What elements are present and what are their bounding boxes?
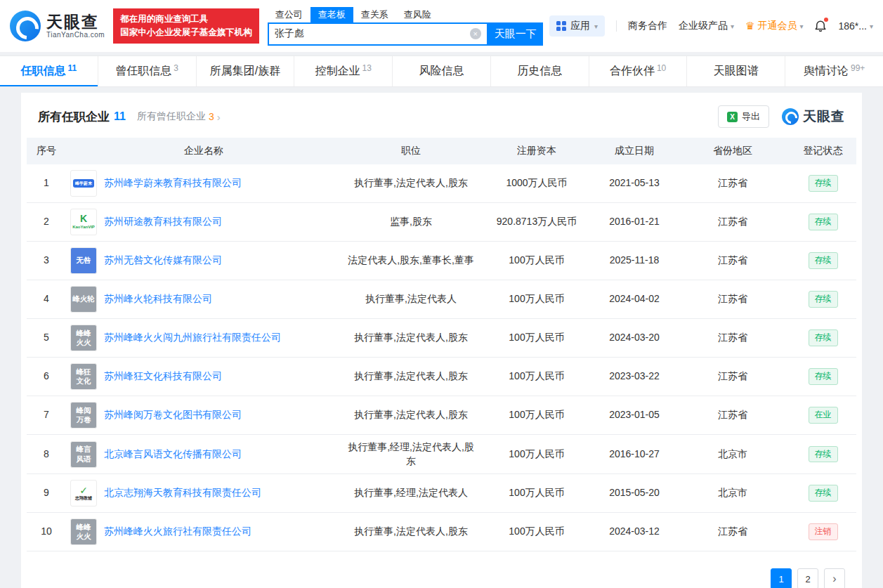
row-index: 6 <box>27 358 66 396</box>
tab-label: 舆情讨论 <box>804 64 849 79</box>
search-area: 查公司查老板查关系查风险 × 天眼一下 <box>268 7 543 46</box>
page-tab-4[interactable]: 控制企业13 <box>294 56 392 86</box>
clear-search-icon[interactable]: × <box>470 28 481 39</box>
province-cell: 江苏省 <box>676 358 790 396</box>
company-link[interactable]: 苏州研途教育科技有限公司 <box>104 215 222 229</box>
page-button-1[interactable]: 1 <box>771 568 792 588</box>
company-link[interactable]: 苏州峰学蔚来教育科技有限公司 <box>104 176 242 190</box>
status-badge: 存续 <box>809 291 838 308</box>
status-badge: 存续 <box>809 175 838 192</box>
business-cooperation-link[interactable]: 商务合作 <box>628 20 667 32</box>
table-row: 6峰狂文化苏州峰狂文化科技有限公司执行董事,法定代表人,股东100万人民币202… <box>27 358 856 396</box>
page-button-2[interactable]: 2 <box>797 568 818 588</box>
company-cell: ✓志翔教辅北京志翔海天教育科技有限责任公司 <box>66 474 341 513</box>
capital-cell: 1000万人民币 <box>480 164 593 203</box>
status-cell: 存续 <box>790 435 856 474</box>
status-cell: 存续 <box>790 280 856 319</box>
company-link[interactable]: 苏州峰火轮科技有限公司 <box>104 292 212 306</box>
page-tab-6[interactable]: 历史信息 <box>490 56 589 86</box>
column-header: 序号 <box>27 138 66 164</box>
province-cell: 江苏省 <box>676 319 790 358</box>
page-tab-5[interactable]: 风险信息 <box>392 56 490 86</box>
column-header: 成立日期 <box>593 138 676 164</box>
notifications-bell[interactable] <box>814 19 827 33</box>
capital-cell: 100万人民币 <box>480 319 593 358</box>
capital-cell: 100万人民币 <box>480 513 593 551</box>
page-tab-7[interactable]: 合作伙伴10 <box>589 56 687 86</box>
crown-icon: ♛ <box>745 20 754 32</box>
status-cell: 存续 <box>790 242 856 280</box>
search-type-tab-2[interactable]: 查老板 <box>310 7 353 22</box>
export-button[interactable]: X 导出 <box>718 105 769 128</box>
open-vip-link[interactable]: ♛ 开通会员 ▾ <box>745 20 803 32</box>
search-input[interactable] <box>275 28 470 39</box>
tab-count: 10 <box>657 63 666 73</box>
page-tab-8[interactable]: 天眼图谱 <box>686 56 785 86</box>
tab-label: 任职信息 <box>21 64 66 79</box>
account-menu[interactable]: 186*... ▾ <box>838 20 873 32</box>
date-cell: 2015-05-20 <box>593 474 676 513</box>
tab-count: 3 <box>174 63 178 73</box>
row-index: 7 <box>27 396 66 435</box>
page-tab-2[interactable]: 曾任职信息3 <box>98 56 196 86</box>
apps-menu[interactable]: 应用 ▾ <box>549 15 605 37</box>
company-link[interactable]: 苏州无咎文化传媒有限公司 <box>104 254 222 268</box>
company-logo: 无咎 <box>70 247 97 274</box>
table-row: 9✓志翔教辅北京志翔海天教育科技有限责任公司执行董事,经理,法定代表人100万人… <box>27 474 856 513</box>
company-logo: 峰言风语 <box>70 441 97 468</box>
page-tab-1[interactable]: 任职信息11 <box>0 56 98 86</box>
former-positions-link[interactable]: 所有曾任职企业 3 › <box>137 110 221 123</box>
apps-grid-icon <box>556 21 566 31</box>
tianyancha-logo[interactable]: 天眼查 TianYanCha.com <box>10 11 105 41</box>
company-cell: 峰峰火火苏州峰峰火火旅行社有限责任公司 <box>66 513 341 551</box>
chevron-down-icon: ▾ <box>594 22 598 30</box>
search-type-tab-3[interactable]: 查关系 <box>353 7 396 22</box>
company-link[interactable]: 苏州峰狂文化科技有限公司 <box>104 370 222 384</box>
company-cell: 峰火轮苏州峰火轮科技有限公司 <box>66 280 341 319</box>
date-cell: 2023-03-22 <box>593 358 676 396</box>
table-row: 7峰阅万卷苏州峰阅万卷文化图书有限公司执行董事,法定代表人,股东100万人民币2… <box>27 396 856 435</box>
company-link[interactable]: 北京志翔海天教育科技有限责任公司 <box>104 486 261 500</box>
company-cell: 无咎苏州无咎文化传媒有限公司 <box>66 242 341 280</box>
page-tab-3[interactable]: 所属集团/族群 <box>196 56 294 86</box>
company-link[interactable]: 苏州峰阅万卷文化图书有限公司 <box>104 408 242 422</box>
row-index: 4 <box>27 280 66 319</box>
company-cell: 峰学蔚来苏州峰学蔚来教育科技有限公司 <box>66 164 341 203</box>
search-type-tab-1[interactable]: 查公司 <box>268 7 310 22</box>
row-index: 1 <box>27 164 66 203</box>
status-cell: 在业 <box>790 396 856 435</box>
company-link[interactable]: 苏州峰峰火火旅行社有限责任公司 <box>104 525 251 539</box>
table-body: 1峰学蔚来苏州峰学蔚来教育科技有限公司执行董事,法定代表人,股东1000万人民币… <box>27 164 856 551</box>
capital-cell: 100万人民币 <box>480 396 593 435</box>
date-cell: 2016-01-21 <box>593 203 676 242</box>
chevron-right-icon: › <box>217 111 221 123</box>
next-page-button[interactable]: › <box>824 568 845 588</box>
company-link[interactable]: 苏州峰峰火火闯九州旅行社有限责任公司 <box>104 331 281 345</box>
table-row: 10峰峰火火苏州峰峰火火旅行社有限责任公司执行董事,法定代表人,股东100万人民… <box>27 513 856 551</box>
status-badge: 存续 <box>809 446 838 463</box>
enterprise-products-link[interactable]: 企业级产品 ▾ <box>679 20 734 32</box>
status-badge: 存续 <box>809 368 838 385</box>
company-link[interactable]: 北京峰言风语文化传播有限公司 <box>104 447 242 462</box>
page-tab-9[interactable]: 舆情讨论99+ <box>785 56 883 86</box>
position-cell: 执行董事,法定代表人 <box>341 280 480 319</box>
province-cell: 江苏省 <box>676 280 790 319</box>
company-logo: 峰峰火火 <box>70 325 97 351</box>
chevron-down-icon: ▾ <box>731 22 734 30</box>
company-logo: ✓志翔教辅 <box>70 480 97 507</box>
row-index: 10 <box>27 513 66 551</box>
tab-label: 风险信息 <box>419 64 464 79</box>
table-header-row: 序号企业名称职位注册资本成立日期省份地区登记状态 <box>27 138 856 164</box>
capital-cell: 100万人民币 <box>480 280 593 319</box>
company-logo: 峰学蔚来 <box>70 170 97 197</box>
search-button[interactable]: 天眼一下 <box>488 22 543 46</box>
column-header: 企业名称 <box>66 138 341 164</box>
section-title-count: 11 <box>114 110 126 123</box>
capital-cell: 100万人民币 <box>480 474 593 513</box>
capital-cell: 920.8713万人民币 <box>480 203 593 242</box>
search-type-tab-4[interactable]: 查风险 <box>396 7 439 22</box>
province-cell: 北京市 <box>676 474 790 513</box>
header-right-nav: 应用 ▾ 商务合作 企业级产品 ▾ ♛ 开通会员 ▾ 186*... ▾ <box>549 15 873 37</box>
position-cell: 执行董事,法定代表人,股东 <box>341 164 480 203</box>
status-badge: 存续 <box>809 214 838 230</box>
